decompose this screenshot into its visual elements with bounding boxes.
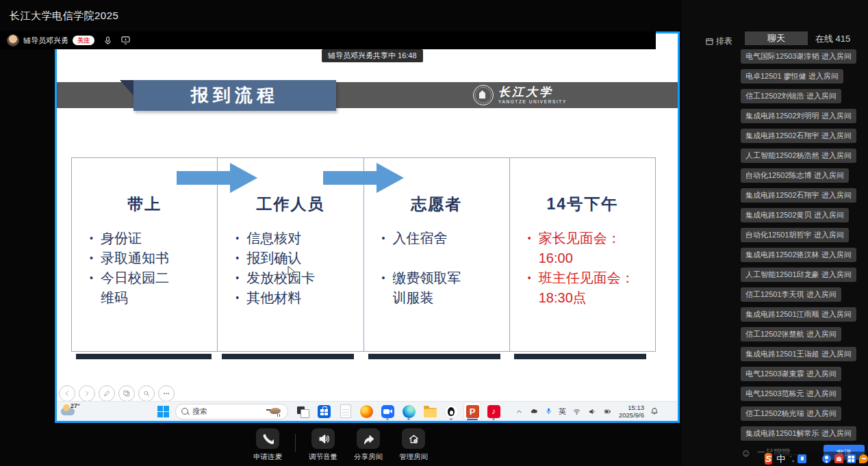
- chat-message: 信工12502杨光瑞 进入房间: [741, 406, 841, 421]
- chat-message: 集成电路12501王诣超 进入房间: [741, 347, 856, 361]
- column-item: •缴费领取军训服装: [382, 268, 509, 308]
- notification-bell-icon[interactable]: [650, 407, 659, 415]
- tray-battery-icon[interactable]: [602, 409, 613, 415]
- control-label: 申请连麦: [253, 452, 282, 462]
- chat-message: 集成电路12502石翔宇 进入房间: [741, 188, 856, 203]
- start-button[interactable]: [157, 406, 169, 417]
- next-icon[interactable]: [79, 385, 95, 402]
- slides-icon[interactable]: [118, 385, 135, 402]
- shared-screen-content: 报到流程 长江大学 YANGTZE UNIVERSITY 带上•身份证•录取通知…: [57, 49, 678, 421]
- tab-online-count[interactable]: 在线 415: [815, 33, 850, 45]
- schedule-button[interactable]: 排表: [706, 36, 732, 47]
- weather-widget[interactable]: 27°: [60, 402, 83, 420]
- university-name-cn: 长江大学: [498, 86, 567, 98]
- chat-sidebar: 排表 聊天 在线 415 电气国际12503谢淳韬 进入房间电卓12501 廖恒…: [681, 0, 868, 466]
- tab-chat[interactable]: 聊天: [745, 31, 808, 45]
- pen-icon[interactable]: [99, 385, 115, 402]
- search-bird-image: [267, 406, 285, 417]
- schedule-icon: [706, 38, 713, 45]
- taskbar-qq-icon[interactable]: [443, 402, 459, 420]
- control-label: 管理房间: [399, 452, 428, 462]
- control-label: 调节音量: [309, 452, 337, 462]
- window-title: 长江大学电信学院2025: [10, 10, 118, 23]
- microphone-icon: [104, 36, 112, 45]
- chat-message: 集成电路12501江雨顺 进入房间: [741, 307, 856, 322]
- column-item: •信息核对: [235, 229, 363, 248]
- share-button[interactable]: 分享房间: [350, 428, 386, 462]
- ime-keyboard-icon[interactable]: [810, 454, 819, 463]
- chat-message: 自动化12501胡哲宇 进入房间: [741, 228, 849, 242]
- column-item: •班主任见面会：18:30点: [528, 268, 655, 308]
- chat-message: 人工智能12501邱龙豪 进入房间: [741, 268, 856, 282]
- taskbar-file-explorer-icon[interactable]: [422, 402, 438, 420]
- share-icon: [357, 428, 380, 449]
- system-tray: 英15:132025/9/6: [515, 402, 659, 421]
- ime-mic-icon[interactable]: [797, 454, 806, 463]
- column-item: •入住宿舍: [382, 229, 509, 248]
- taskbar-powerpoint-icon[interactable]: [464, 402, 481, 420]
- meeting-controls-bar: 申请连麦调节音量分享房间管理房间: [0, 424, 681, 466]
- ime-grid-icon[interactable]: [847, 454, 856, 463]
- more-icon[interactable]: [158, 385, 175, 402]
- taskbar-firefox-icon[interactable]: [358, 402, 374, 420]
- chat-message: 电气12503范栋元 进入房间: [741, 387, 841, 401]
- search-icon: [181, 408, 188, 415]
- windows-taskbar: 27° 搜索 英15:132025/9/6: [57, 401, 678, 421]
- ime-toolbar: S 中 ˈ,: [765, 452, 868, 466]
- ime-tone-icon[interactable]: ˈ,: [789, 454, 794, 463]
- magnifier-icon[interactable]: [138, 385, 155, 402]
- taskbar-clock[interactable]: 15:132025/9/6: [619, 404, 644, 419]
- tray-wifi-icon[interactable]: [572, 408, 581, 415]
- tray-volume-icon[interactable]: [587, 408, 596, 415]
- manage-icon: [402, 428, 425, 449]
- taskbar-netease-music-icon[interactable]: [485, 402, 502, 420]
- column-underline: [222, 354, 354, 359]
- tray-microphone-icon[interactable]: [545, 407, 552, 415]
- column-item: •报到确认: [235, 248, 363, 268]
- ime-person-icon[interactable]: [822, 454, 831, 463]
- tray-ime-lang-icon[interactable]: 英: [559, 406, 566, 417]
- divider: [295, 434, 296, 452]
- manage-button[interactable]: 管理房间: [396, 428, 431, 462]
- banner-fold: [120, 80, 134, 96]
- column-item: •其他材料: [235, 288, 363, 308]
- tray-onedrive-icon[interactable]: [529, 408, 539, 415]
- taskbar-task-view-icon[interactable]: [294, 402, 311, 420]
- presenter-name: 辅导员邓兴勇: [23, 36, 68, 46]
- ime-skin-icon[interactable]: [834, 454, 843, 463]
- tray-chevron-up-icon[interactable]: [515, 408, 523, 415]
- chat-message: 电气国际12503谢淳韬 进入房间: [741, 49, 856, 64]
- phone-button[interactable]: 申请连麦: [250, 428, 285, 462]
- avatar: [7, 34, 19, 47]
- column-header: 志愿者: [364, 194, 509, 215]
- volume-button[interactable]: 调节音量: [305, 428, 341, 462]
- taskbar-edge-icon[interactable]: [400, 402, 417, 420]
- search-placeholder: 搜索: [192, 406, 207, 417]
- prev-icon[interactable]: [59, 385, 75, 402]
- chat-message: 自动化12502陈志博 进入房间: [741, 168, 849, 183]
- taskbar-tencent-meeting-icon[interactable]: [379, 402, 396, 420]
- university-logo: 长江大学 YANGTZE UNIVERSITY: [473, 85, 567, 105]
- taskbar-notepad-icon[interactable]: [337, 402, 353, 420]
- ime-emoji-bubble-icon[interactable]: [859, 454, 868, 463]
- sogou-logo-icon[interactable]: S: [765, 453, 772, 465]
- column-item: •录取通知书: [90, 248, 217, 268]
- column-item: •今日校园二维码: [90, 268, 217, 308]
- column-underline: [76, 354, 212, 359]
- chat-message: 信工12502张楚航 进入房间: [741, 327, 841, 341]
- follow-button[interactable]: 关注: [73, 36, 94, 45]
- taskbar-ms-store-icon[interactable]: [316, 402, 332, 420]
- emoji-icon[interactable]: ☺: [741, 448, 751, 458]
- column-underline: [514, 354, 646, 359]
- chat-message-list[interactable]: 电气国际12503谢淳韬 进入房间电卓12501 廖恒健 进入房间信工12502…: [741, 49, 865, 446]
- chat-message: 电气12503谢東霖 进入房间: [741, 367, 841, 381]
- chat-message: 信工12502刘锦浩 进入房间: [741, 89, 841, 103]
- column-header: 14号下午: [510, 194, 655, 215]
- volume-icon: [311, 428, 335, 449]
- ime-mode-toggle[interactable]: 中: [776, 453, 785, 465]
- control-label: 分享房间: [354, 452, 383, 462]
- slideshow-controls: [59, 385, 175, 402]
- taskbar-search[interactable]: 搜索: [175, 404, 288, 419]
- chat-message: 信工12501李天琪 进入房间: [741, 287, 841, 302]
- chat-message: 集成电路12502刘明明 进入房间: [741, 109, 856, 123]
